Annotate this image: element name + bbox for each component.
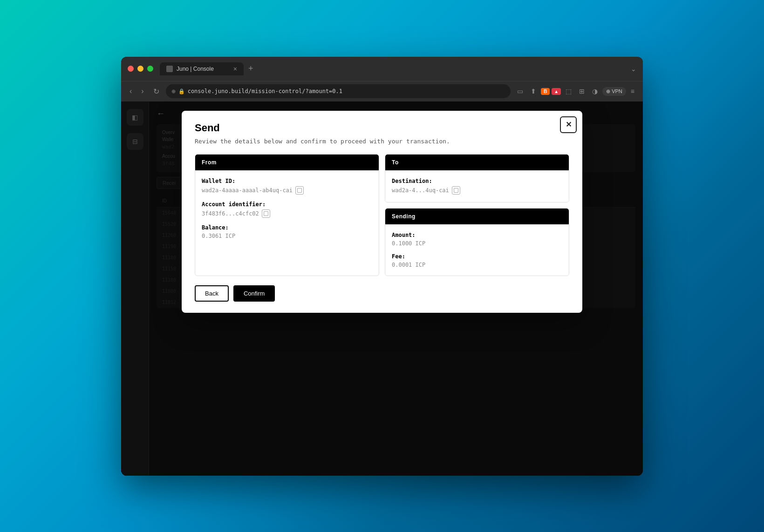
destination-label: Destination: [392,178,562,184]
modal-footer: Back Confirm [182,285,582,313]
send-modal: ✕ Send Review the details below and conf… [182,111,582,313]
modal-overlay: ✕ Send Review the details below and conf… [121,101,643,476]
browser-window: Juno | Console × + ⌄ ‹ › ↻ ⊕ 🔒 console.j… [121,57,643,476]
browser-toolbar: ‹ › ↻ ⊕ 🔒 console.juno.build/mission-con… [121,81,643,101]
tab-favicon [166,66,173,72]
traffic-light-green[interactable] [147,66,153,72]
balance-value: 0.3061 ICP [202,233,372,239]
browser-tab-active[interactable]: Juno | Console × [160,62,244,75]
sending-card-header: Sending [385,209,569,224]
url-text: console.juno.build/mission-control/?amou… [188,88,342,94]
modal-close-button[interactable]: ✕ [560,116,577,133]
browser-menu-icon[interactable]: ≡ [628,86,637,97]
extensions-icon[interactable]: ⊞ [576,86,587,97]
from-card-header: From [195,155,379,170]
copy-destination-button[interactable] [452,186,460,195]
traffic-light-yellow[interactable] [137,66,143,72]
wallet-id-value: wad2a-4aaaa-aaaal-ab4uq-cai [202,186,372,195]
traffic-lights [128,66,153,72]
right-column: To Destination: wad2a-4...4uq-cai [385,154,569,276]
vpn-button[interactable]: ⊕ VPN [602,87,626,96]
new-tab-button[interactable]: + [246,64,256,74]
nav-forward-button[interactable]: › [138,85,146,97]
address-bar[interactable]: ⊕ 🔒 console.juno.build/mission-control/?… [166,84,511,98]
to-card-header: To [385,155,569,170]
modal-subtitle: Review the details below and confirm to … [195,138,569,145]
amount-label: Amount: [392,232,562,238]
sending-card: Sending Amount: 0.1000 ICP Fee: 0.0001 I… [385,208,569,276]
brave-shield-icon[interactable]: B [541,88,550,95]
sending-card-body: Amount: 0.1000 ICP Fee: 0.0001 ICP [385,224,569,276]
cast-icon[interactable]: ▭ [514,86,526,97]
brave-alert-icon[interactable]: ▲ [552,88,561,95]
modal-title: Send [195,122,569,134]
browser-tabs: Juno | Console × + [160,62,626,75]
copy-wallet-id-button[interactable] [295,186,304,195]
browser-titlebar: Juno | Console × + ⌄ [121,57,643,81]
tab-close-button[interactable]: × [233,65,237,73]
profile-icon[interactable]: ◑ [589,86,600,97]
account-id-value: 3f483f6...c4cfc02 [202,209,372,218]
security-icon: 🔒 [178,88,185,94]
browser-menu-button[interactable]: ⌄ [631,65,636,73]
copy-account-id-button[interactable] [262,209,270,218]
to-card-body: Destination: wad2a-4...4uq-cai [385,170,569,202]
modal-body: From Wallet ID: wad2a-4aaaa-aaaal-ab4uq-… [182,154,582,285]
confirm-button[interactable]: Confirm [233,285,275,302]
traffic-light-red[interactable] [128,66,134,72]
nav-reload-button[interactable]: ↻ [150,85,162,98]
destination-value: wad2a-4...4uq-cai [392,186,562,195]
amount-value: 0.1000 ICP [392,240,562,247]
browser-content: ◧ ⊟ ← Overv Walle wad2 Accou [121,101,643,476]
modal-header: Send Review the details below and confir… [182,111,582,145]
tab-title: Juno | Console [177,66,214,72]
toolbar-actions: ▭ ⬆ B ▲ ⬚ ⊞ ◑ ⊕ VPN ≡ [514,86,637,97]
nav-back-button[interactable]: ‹ [127,85,135,97]
account-id-label: Account identifier: [202,201,372,208]
fee-label: Fee: [392,253,562,260]
bookmark-icon: ⊕ [171,88,176,94]
back-button[interactable]: Back [195,285,229,302]
from-card-body: Wallet ID: wad2a-4aaaa-aaaal-ab4uq-cai A… [195,170,379,247]
to-card: To Destination: wad2a-4...4uq-cai [385,154,569,202]
fee-value: 0.0001 ICP [392,262,562,268]
wallet-id-label: Wallet ID: [202,178,372,184]
balance-label: Balance: [202,224,372,231]
from-card: From Wallet ID: wad2a-4aaaa-aaaal-ab4uq-… [195,154,379,276]
sidebar-toggle-icon[interactable]: ⬚ [563,86,574,97]
share-icon[interactable]: ⬆ [528,86,539,97]
